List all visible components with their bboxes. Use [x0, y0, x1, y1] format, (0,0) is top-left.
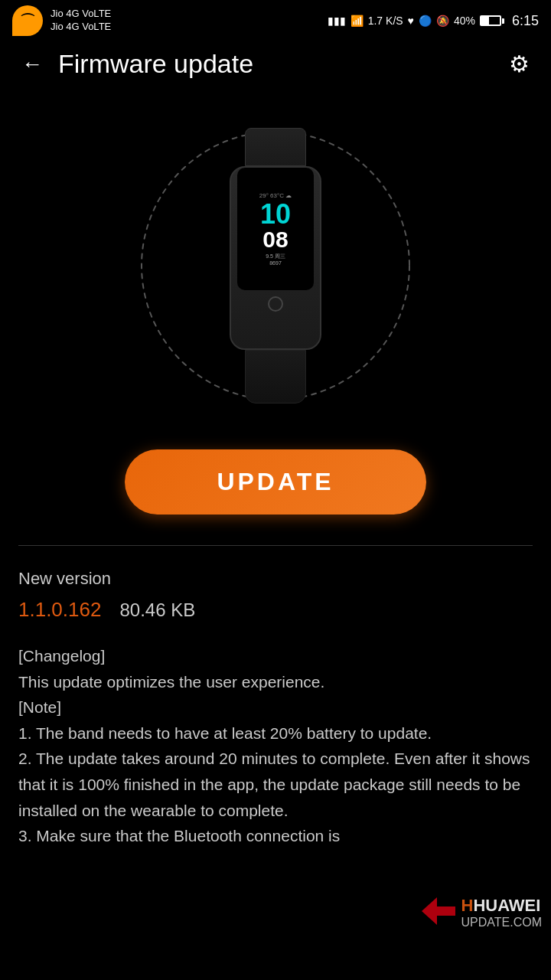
watermark-site: UPDATE.COM [461, 916, 542, 929]
clock-label: 6:15 [512, 13, 539, 29]
update-section: UPDATE [0, 426, 551, 545]
watermark-text: HHUAWEI UPDATE.COM [461, 896, 542, 929]
watermark: HHUAWEI UPDATE.COM [412, 891, 551, 934]
band-body: 29° 63°C ☁ 10 08 9.5 周三 8697 [230, 166, 321, 350]
carrier1-label: Jio 4G VoLTE [51, 8, 111, 21]
version-row: 1.1.0.162 80.46 KB [18, 598, 533, 622]
mute-icon: 🔕 [436, 15, 449, 27]
carrier-info: Jio 4G VoLTE Jio 4G VoLTE [51, 8, 111, 34]
header: ← Firmware update ⚙ [0, 38, 551, 90]
screen-time-minute: 08 [259, 228, 292, 251]
band-strap-bottom [245, 350, 306, 403]
screen-date: 9.5 周三 [259, 253, 292, 260]
battery-label: 40% [454, 15, 475, 27]
watermark-brand: HHUAWEI [461, 896, 542, 916]
wifi-icon: 📶 [350, 15, 364, 27]
info-section: New version 1.1.0.162 80.46 KB [Changelo… [0, 546, 551, 880]
status-right: ▮▮▮ 📶 1.7 K/S ♥ 🔵 🔕 40% 6:15 [328, 13, 539, 29]
update-button[interactable]: UPDATE [125, 449, 425, 514]
band-illustration: 29° 63°C ☁ 10 08 9.5 周三 8697 [230, 128, 321, 403]
status-bar: ⌒ Jio 4G VoLTE Jio 4G VoLTE ▮▮▮ 📶 1.7 K/… [0, 0, 551, 38]
screen-steps: 8697 [259, 260, 292, 266]
new-version-label: New version [18, 569, 533, 589]
speed-label: 1.7 K/S [368, 15, 403, 27]
dashed-ring: 29° 63°C ☁ 10 08 9.5 周三 8697 [130, 120, 421, 411]
signal-icon: ▮▮▮ [328, 15, 346, 27]
battery-icon [480, 15, 504, 26]
band-strap-top [245, 128, 306, 166]
band-screen: 29° 63°C ☁ 10 08 9.5 周三 8697 [237, 168, 314, 290]
page-title: Firmware update [58, 49, 506, 79]
carrier2-label: Jio 4G VoLTE [51, 21, 111, 34]
settings-button[interactable]: ⚙ [506, 47, 533, 80]
screen-time-hour: 10 [259, 201, 292, 228]
huawei-logo: ⌒ [12, 5, 43, 36]
heart-icon: ♥ [408, 15, 414, 27]
band-home-button [268, 296, 283, 312]
back-button[interactable]: ← [18, 49, 46, 80]
bluetooth-icon: 🔵 [419, 15, 432, 27]
svg-marker-1 [422, 897, 455, 925]
watermark-arrow-icon [422, 897, 455, 928]
changelog-text: [Changelog] This update optimizes the us… [18, 643, 533, 849]
version-size: 80.46 KB [119, 599, 195, 621]
device-area: 29° 63°C ☁ 10 08 9.5 周三 8697 [0, 90, 551, 426]
version-number: 1.1.0.162 [18, 598, 101, 622]
